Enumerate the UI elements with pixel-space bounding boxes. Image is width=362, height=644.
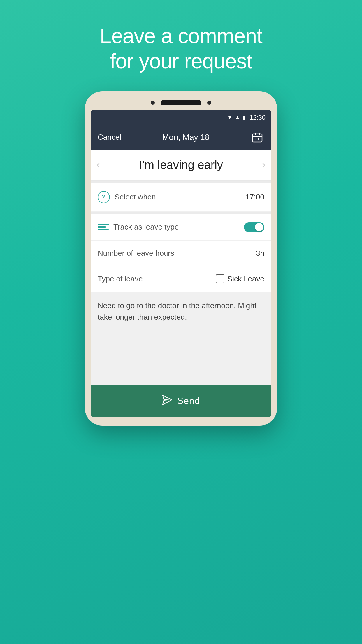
track-leave-row[interactable]: Track as leave type xyxy=(91,214,271,241)
page-title: Leave a comment for your request xyxy=(100,23,262,74)
type-of-leave-row[interactable]: Type of leave + Sick Leave xyxy=(91,266,271,292)
app-header: Cancel Mon, May 18 31 xyxy=(91,125,271,150)
send-button[interactable]: Send xyxy=(91,385,271,417)
leave-hours-value: 3h xyxy=(256,249,264,258)
calendar-icon-button[interactable]: 31 xyxy=(250,130,264,144)
phone-top-bar xyxy=(91,100,271,105)
signal-icon: ▲ xyxy=(235,114,240,120)
request-navigation: ‹ I'm leaving early › xyxy=(91,150,271,181)
svg-text:31: 31 xyxy=(255,137,259,141)
cancel-button[interactable]: Cancel xyxy=(98,133,121,142)
leave-hours-label: Number of leave hours xyxy=(98,249,174,258)
nav-prev-arrow[interactable]: ‹ xyxy=(96,159,100,171)
track-leave-label: Track as leave type xyxy=(113,223,179,232)
select-when-row[interactable]: Select when 17:00 xyxy=(91,183,271,212)
phone-screen: ▼ ▲ ▮ 12:30 Cancel Mon, May 18 31 xyxy=(91,110,271,417)
request-type-title: I'm leaving early xyxy=(100,158,262,172)
status-bar: ▼ ▲ ▮ 12:30 xyxy=(91,110,271,125)
nav-next-arrow[interactable]: › xyxy=(262,159,266,171)
wifi-icon: ▼ xyxy=(227,114,233,121)
toggle-knob xyxy=(255,223,263,231)
header-date: Mon, May 18 xyxy=(162,133,210,142)
section-divider xyxy=(91,181,271,183)
comment-area[interactable]: Need to go to the doctor in the afternoo… xyxy=(91,292,271,385)
phone-mockup: ▼ ▲ ▮ 12:30 Cancel Mon, May 18 31 xyxy=(85,91,277,426)
form-section: Select when 17:00 Track as leave type xyxy=(91,183,271,292)
type-of-leave-value: + Sick Leave xyxy=(216,274,264,284)
svg-marker-5 xyxy=(163,395,172,405)
comment-text: Need to go to the doctor in the afternoo… xyxy=(98,301,256,321)
send-icon xyxy=(162,395,173,407)
battery-icon: ▮ xyxy=(242,114,245,121)
status-icons: ▼ ▲ ▮ 12:30 xyxy=(227,114,266,121)
phone-dot-left xyxy=(151,101,155,105)
type-of-leave-name: Sick Leave xyxy=(227,274,264,284)
track-leave-left: Track as leave type xyxy=(98,223,179,232)
phone-dot-right xyxy=(207,101,211,105)
plus-box-icon: + xyxy=(216,274,224,283)
select-when-label: Select when xyxy=(115,192,156,202)
select-when-left: Select when xyxy=(98,191,156,203)
type-of-leave-label: Type of leave xyxy=(98,274,143,284)
leave-hours-row[interactable]: Number of leave hours 3h xyxy=(91,241,271,266)
inner-divider xyxy=(91,212,271,214)
select-when-value: 17:00 xyxy=(245,192,264,202)
track-leave-toggle[interactable] xyxy=(244,222,264,232)
leave-type-icon xyxy=(98,224,109,230)
time-display: 12:30 xyxy=(249,114,266,121)
phone-speaker xyxy=(161,100,201,105)
clock-icon xyxy=(98,191,110,203)
send-label: Send xyxy=(177,396,200,406)
